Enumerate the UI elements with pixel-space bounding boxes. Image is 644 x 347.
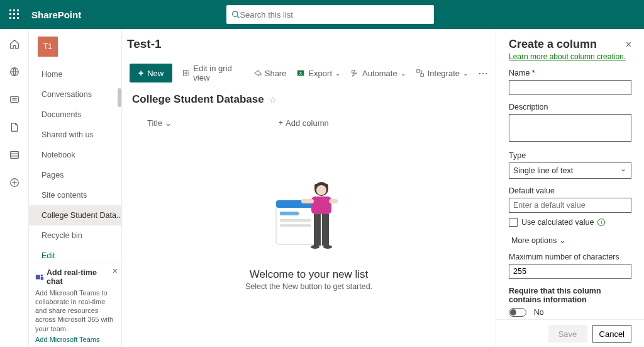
add-column-button[interactable]: + Add column bbox=[279, 118, 329, 128]
rail-lists-button[interactable] bbox=[4, 145, 25, 165]
page-title[interactable]: Test-1 bbox=[122, 29, 496, 59]
column-title[interactable]: Title ⌄ bbox=[147, 118, 172, 128]
help-link[interactable]: Learn more about column creation. bbox=[509, 52, 626, 61]
svg-rect-0 bbox=[9, 9, 11, 11]
quick-launch-nav: Home Conversations Documents Shared with… bbox=[29, 64, 121, 263]
integrate-icon bbox=[416, 69, 425, 77]
require-toggle-value: No bbox=[534, 308, 544, 317]
edit-grid-button[interactable]: Edit in grid view bbox=[182, 64, 243, 82]
svg-rect-12 bbox=[10, 97, 18, 103]
svg-rect-2 bbox=[17, 9, 19, 11]
nav-shared-with-us[interactable]: Shared with us bbox=[29, 125, 121, 145]
more-options-toggle[interactable]: More options ⌄ bbox=[509, 236, 631, 245]
nav-pages[interactable]: Pages bbox=[29, 165, 121, 185]
globe-icon bbox=[9, 66, 20, 77]
calculated-value-checkbox[interactable] bbox=[509, 218, 518, 227]
type-select[interactable]: Single line of text bbox=[509, 162, 631, 179]
nav-home[interactable]: Home bbox=[29, 64, 121, 84]
teams-icon bbox=[35, 273, 44, 282]
news-icon bbox=[9, 94, 20, 105]
rail-files-button[interactable] bbox=[4, 117, 25, 137]
nav-college-student-database[interactable]: College Student Data... bbox=[29, 205, 121, 225]
nav-scrollbar[interactable] bbox=[118, 88, 121, 107]
search-input[interactable] bbox=[240, 10, 429, 20]
name-input[interactable] bbox=[509, 80, 631, 95]
search-box[interactable] bbox=[226, 5, 434, 24]
svg-rect-23 bbox=[41, 277, 43, 280]
nav-conversations[interactable]: Conversations bbox=[29, 84, 121, 105]
nav-documents[interactable]: Documents bbox=[29, 105, 121, 125]
pane-close-button[interactable]: × bbox=[626, 39, 631, 50]
type-label: Type bbox=[509, 151, 631, 160]
rail-global-button[interactable] bbox=[4, 62, 25, 82]
teams-promo-link[interactable]: Add Microsoft Teams bbox=[35, 336, 100, 343]
brand-label: SharePoint bbox=[31, 9, 81, 20]
column-header-row: Title ⌄ + Add column bbox=[122, 112, 496, 134]
svg-rect-1 bbox=[13, 9, 15, 11]
svg-rect-3 bbox=[9, 13, 11, 15]
integrate-button[interactable]: Integrate⌄ bbox=[416, 69, 468, 78]
nav-notebook[interactable]: Notebook bbox=[29, 145, 121, 165]
chevron-down-icon: ⌄ bbox=[559, 236, 566, 245]
svg-rect-44 bbox=[314, 214, 321, 246]
info-icon[interactable]: i bbox=[597, 219, 605, 226]
description-label: Description bbox=[509, 103, 631, 111]
nav-recycle-bin[interactable]: Recycle bin bbox=[29, 225, 121, 246]
name-label: Name * bbox=[509, 69, 631, 77]
export-button[interactable]: X Export⌄ bbox=[296, 69, 340, 78]
flow-icon bbox=[350, 69, 359, 77]
svg-rect-37 bbox=[280, 224, 311, 227]
svg-rect-6 bbox=[9, 17, 11, 19]
svg-rect-7 bbox=[13, 17, 15, 19]
lists-icon bbox=[9, 149, 20, 161]
export-label: Export bbox=[308, 69, 332, 78]
cancel-button[interactable]: Cancel bbox=[592, 325, 631, 343]
automate-button[interactable]: Automate⌄ bbox=[350, 69, 406, 78]
waffle-icon bbox=[9, 9, 19, 20]
empty-state-illustration bbox=[271, 178, 347, 266]
svg-rect-43 bbox=[329, 199, 338, 203]
empty-state-subtitle: Select the New button to get started. bbox=[245, 282, 372, 291]
main-content: Test-1 + New Edit in grid view Share X E… bbox=[122, 29, 496, 347]
svg-line-10 bbox=[237, 16, 239, 18]
nav-site-contents[interactable]: Site contents bbox=[29, 185, 121, 205]
plus-circle-icon bbox=[9, 177, 20, 188]
rail-home-button[interactable] bbox=[4, 34, 25, 54]
svg-text:X: X bbox=[299, 71, 303, 76]
share-button[interactable]: Share bbox=[253, 69, 287, 78]
default-value-input[interactable] bbox=[509, 198, 631, 213]
excel-icon: X bbox=[296, 69, 305, 77]
integrate-label: Integrate bbox=[428, 69, 460, 78]
suite-header: SharePoint bbox=[0, 0, 644, 29]
rail-create-button[interactable] bbox=[4, 173, 25, 193]
app-rail bbox=[0, 29, 29, 347]
app-launcher-button[interactable] bbox=[0, 0, 29, 29]
max-chars-label: Maximum number of characters bbox=[509, 253, 631, 261]
share-icon bbox=[253, 69, 262, 77]
more-commands-button[interactable]: ⋯ bbox=[478, 67, 488, 79]
max-chars-input[interactable] bbox=[509, 264, 631, 279]
svg-point-22 bbox=[41, 274, 43, 276]
empty-state: Welcome to your new list Select the New … bbox=[122, 134, 496, 347]
edit-grid-label: Edit in grid view bbox=[193, 64, 242, 82]
list-title-row: College Student Database ☆ bbox=[122, 87, 496, 112]
description-input[interactable] bbox=[509, 114, 631, 142]
require-toggle[interactable] bbox=[509, 308, 526, 317]
nav-edit-link[interactable]: Edit bbox=[29, 246, 121, 263]
search-icon bbox=[231, 10, 240, 19]
command-bar: + New Edit in grid view Share X Export⌄ … bbox=[122, 59, 496, 87]
site-header: T1 bbox=[29, 29, 121, 64]
svg-rect-36 bbox=[280, 219, 311, 222]
rail-news-button[interactable] bbox=[4, 89, 25, 110]
svg-rect-42 bbox=[301, 199, 314, 203]
svg-rect-8 bbox=[17, 17, 19, 19]
automate-label: Automate bbox=[362, 69, 397, 78]
svg-rect-15 bbox=[10, 152, 18, 159]
teams-promo-close-button[interactable]: × bbox=[113, 266, 118, 276]
svg-rect-45 bbox=[322, 214, 329, 246]
favorite-button[interactable]: ☆ bbox=[269, 95, 277, 105]
svg-rect-5 bbox=[17, 13, 19, 15]
save-button[interactable]: Save bbox=[548, 325, 587, 343]
svg-rect-21 bbox=[36, 275, 40, 279]
new-button[interactable]: + New bbox=[130, 64, 172, 82]
